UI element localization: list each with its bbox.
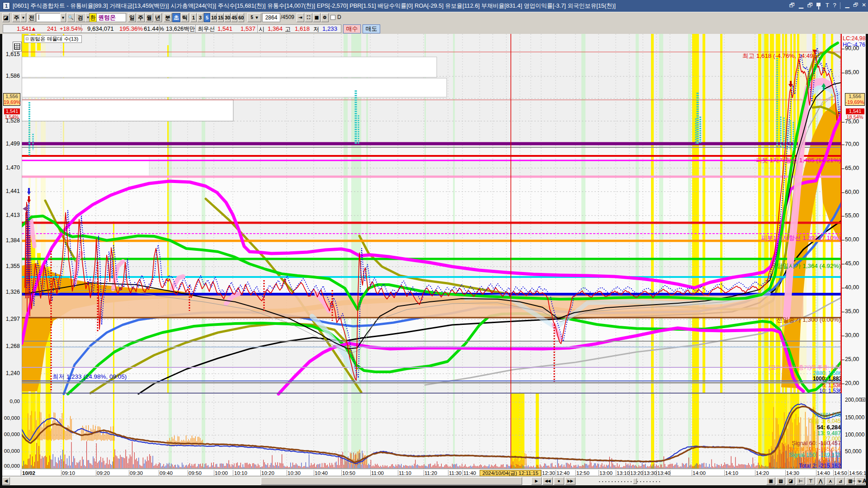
svg-text:최저 1,233 (24.98%, 09:05): 최저 1,233 (24.98%, 09:05) bbox=[52, 373, 127, 380]
svg-text:Total 2: -215,162: Total 2: -215,162 bbox=[799, 463, 841, 469]
svg-text:(고가+저가+종가)/3 주중: 1,520: (고가+저가+종가)/3 주중: 1,520 bbox=[769, 364, 842, 371]
svg-text:피봇1차저항선 1,392 (7.10%): 피봇1차저항선 1,392 (7.10%) bbox=[761, 235, 841, 241]
svg-text:54: 6,284: 54: 6,284 bbox=[817, 424, 841, 431]
svg-text:전일종가 1,300 (0.00%): 전일종가 1,300 (0.00%) bbox=[776, 316, 841, 323]
svg-text:당일시가 1,364 (4.92%): 당일시가 1,364 (4.92%) bbox=[776, 263, 841, 269]
svg-text:Signal 60: -180,457: Signal 60: -180,457 bbox=[792, 440, 841, 446]
svg-text:1000: 1,883: 1000: 1,883 bbox=[813, 375, 842, 382]
svg-text:매물 3: 6,045: 매물 3: 6,045 bbox=[809, 418, 841, 424]
svg-text:거래량 246: 거래량 246 bbox=[814, 412, 841, 418]
svg-text:최고 1,618 (-4.76%, 14:49): 최고 1,618 (-4.76%, 14:49) bbox=[742, 52, 815, 59]
svg-text:피봇 1차저항선 1,485 (14.21%): 피봇 1차저항선 1,485 (14.21%) bbox=[756, 157, 841, 164]
svg-text:Signal 100: -165,614: Signal 100: -165,614 bbox=[789, 446, 841, 452]
